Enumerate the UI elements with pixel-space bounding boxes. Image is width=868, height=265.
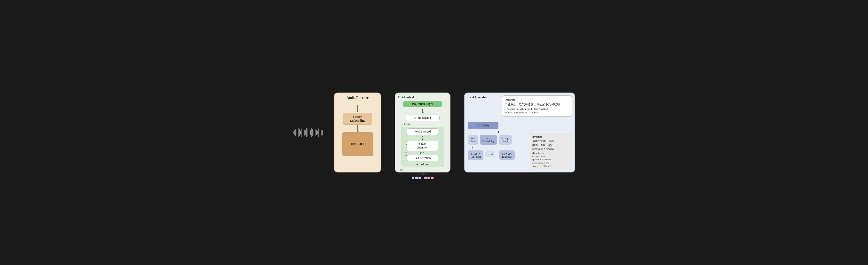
- hubert-box: HuBERT: [342, 132, 373, 156]
- bos-box: BOS: [485, 151, 495, 157]
- encoder-to-bridge-arrow: →: [385, 130, 391, 135]
- prompt-english-line2: emotion of the: [532, 155, 569, 158]
- waveform-bar: [302, 128, 302, 137]
- dot-5: [428, 176, 430, 179]
- llama-tokenizer2-box: LLAMA Tokenizer: [499, 151, 515, 160]
- v-label2: v: [418, 163, 420, 165]
- waveform-bar: [297, 130, 297, 135]
- waveform-bar: [298, 128, 299, 137]
- dot-6: [431, 176, 434, 179]
- answer-chinese: 声音激烈，语气中透露出内心的不满和埋怨: [504, 102, 569, 107]
- prompt-chinese-line2: 描述上面给出的音: [532, 143, 569, 147]
- prompt-english-line4: given above in one: [532, 161, 569, 165]
- waveform-bar: [315, 129, 315, 136]
- q-label3: q: [428, 163, 429, 165]
- self-attention-box: Self Attention: [407, 155, 438, 161]
- audio-encoder-title: Audio Encoder: [346, 96, 369, 100]
- answer-english-line2: inner dissatisfaction and complaint): [504, 111, 569, 114]
- waveform-bar: [304, 130, 305, 136]
- bridge-to-decoder-arrow: →: [455, 130, 460, 135]
- cross-attention-box: Cross Attention: [407, 141, 438, 151]
- waveform-bar: [312, 129, 313, 136]
- waveform-bar: [306, 128, 307, 137]
- k-label: k: [406, 143, 407, 145]
- prompt-english-line3: speaker in the speech: [532, 158, 569, 162]
- bridge-net-title: Bridge-Net: [398, 95, 414, 99]
- waveform-bar: [322, 130, 323, 135]
- waveform-bar: [310, 130, 311, 135]
- waveform-bar: [293, 132, 294, 133]
- answer-english-line1: (The voice was vehement, the tone reveal…: [504, 107, 569, 111]
- nx-label: Nx: [400, 168, 403, 171]
- prompt-emb-box: Prompt Emb: [499, 135, 512, 144]
- bos-emb-box: BOS Emb: [468, 135, 478, 144]
- bridge-net-box: Bridge-Net Projection Layer Q-Embedding …: [395, 93, 451, 172]
- waveform-bar: [321, 130, 321, 136]
- llama-bar: LLAMA: [468, 122, 498, 129]
- dot-2: [415, 176, 418, 179]
- waveform-bar: [308, 129, 308, 136]
- q-label: q: [422, 152, 423, 154]
- waveform-bar: [316, 130, 317, 135]
- waveform-bar: [303, 127, 303, 138]
- waveform-bar: [309, 131, 309, 134]
- waveform-bar: [305, 130, 306, 135]
- waveform-bar: [320, 127, 320, 138]
- prompt-box: [Prompt] 请用中文用一句话 描述上面给出的音 频中说话人的情感： (De…: [530, 133, 572, 170]
- dot-1: [412, 176, 414, 179]
- waveform-bar: [300, 131, 301, 134]
- audio-waveform: [293, 125, 323, 140]
- prompt-english-line1: (Describe the: [532, 152, 569, 155]
- llama-tokenizer1-box: LLAMA Tokenizer: [468, 151, 484, 160]
- speech-embedding-box: Speech Embedding: [343, 113, 372, 125]
- dot-3: [418, 176, 421, 179]
- l-embedding-box: L-Embedding: [480, 135, 497, 144]
- waveform-bar: [317, 131, 318, 134]
- waveform-bar: [296, 129, 296, 136]
- k-label2: k: [423, 163, 424, 165]
- feed-forward-box: Feed Forward: [407, 128, 438, 135]
- v-label: v: [405, 152, 407, 154]
- main-diagram: → Audio Encoder Speech Embedding HuBERT …: [289, 89, 579, 177]
- waveform-section: →: [293, 125, 330, 140]
- waveform-bar: [314, 130, 314, 135]
- text-decoder-box: Text Decoder [Answer] 声音激烈，语气中透露出内心的不满和埋…: [464, 93, 575, 172]
- projection-layer-box: Projection Layer: [403, 101, 442, 107]
- answer-label: [Answer]: [504, 98, 569, 102]
- color-dots: [412, 176, 434, 179]
- waveform-bar: [294, 130, 295, 135]
- answer-box: [Answer] 声音激烈，语气中透露出内心的不满和埋怨 (The voice …: [502, 95, 572, 117]
- waveform-to-encoder-arrow: →: [325, 130, 330, 135]
- dot-4: [424, 176, 427, 179]
- prompt-english-line5: sentence in Chinese:): [532, 165, 569, 168]
- waveform-bar: [311, 128, 312, 137]
- audio-encoder-box: Audio Encoder Speech Embedding HuBERT: [334, 93, 381, 172]
- waveform-bar: [299, 129, 300, 136]
- qformer-label: Q-Former: [402, 123, 411, 125]
- waveform-bar: [318, 128, 319, 137]
- prompt-label: [Prompt]: [532, 135, 569, 138]
- prompt-chinese-line3: 频中说话人的情感：: [532, 147, 569, 151]
- q-queries-label: Q-queries: [418, 172, 427, 175]
- prompt-chinese-line1: 请用中文用一句话: [532, 139, 569, 143]
- q-embedding-box: Q-Embedding: [406, 114, 440, 121]
- qformer-box: Feed Forward k → Cross Attention v →: [402, 127, 444, 167]
